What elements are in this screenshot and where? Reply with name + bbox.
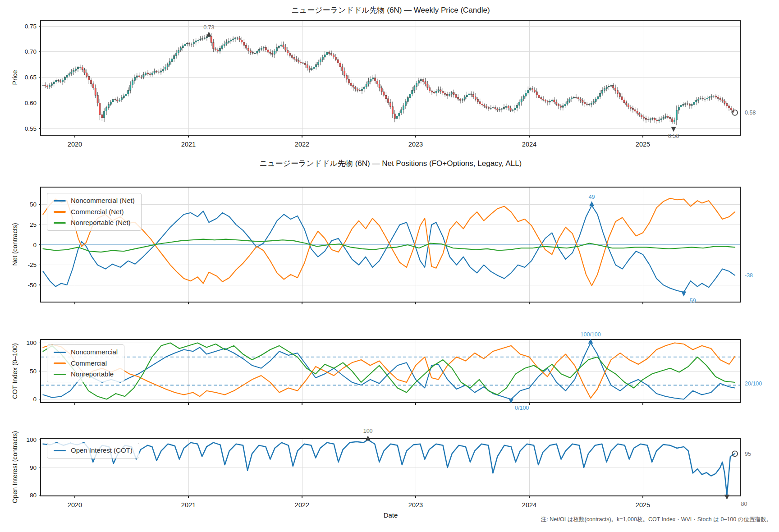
candle-up bbox=[363, 87, 365, 89]
candle-down bbox=[532, 89, 533, 90]
candle-down bbox=[689, 104, 690, 105]
candle-down bbox=[475, 97, 476, 100]
candle-up bbox=[610, 86, 612, 87]
candle-down bbox=[296, 59, 297, 60]
candle-down bbox=[392, 106, 393, 114]
candle-down bbox=[346, 75, 348, 79]
candle-down bbox=[243, 42, 245, 46]
cot-index-y-axis-label: COT Index (0–100) bbox=[11, 343, 18, 399]
candle-up bbox=[501, 109, 503, 110]
candle-up bbox=[204, 38, 206, 39]
candle-up bbox=[128, 91, 129, 94]
candle-down bbox=[293, 58, 295, 60]
candle-up bbox=[171, 59, 173, 62]
net-panel-legend: Noncommercial (Net) Commercial (Net) Non… bbox=[47, 193, 142, 231]
candle-up bbox=[713, 96, 715, 96]
candle-down bbox=[302, 63, 304, 63]
candle-down bbox=[444, 93, 446, 95]
x-tick-label: 2025 bbox=[636, 501, 650, 509]
candle-down bbox=[247, 48, 249, 51]
x-tick-label: 2021 bbox=[181, 501, 196, 509]
candle-up bbox=[151, 73, 153, 75]
candle-down bbox=[99, 103, 101, 115]
candle-up bbox=[608, 86, 609, 87]
candle-down bbox=[460, 99, 461, 101]
series-line-noncommercial-net bbox=[43, 206, 735, 292]
candle-down bbox=[394, 114, 395, 119]
candle-up bbox=[416, 83, 417, 87]
candle-down bbox=[267, 50, 269, 52]
candle-up bbox=[66, 75, 68, 78]
candle-down bbox=[355, 87, 356, 89]
price-panel-title: ニュージーランドドル先物 (6N) — Weekly Price (Candle… bbox=[41, 5, 741, 15]
candle-up bbox=[145, 73, 147, 75]
candle-down bbox=[488, 108, 490, 109]
cot-dashboard-figure: 0.750.700.650.600.5520202021202220232024… bbox=[0, 0, 779, 532]
candle-down bbox=[473, 94, 474, 97]
candle-down bbox=[283, 45, 284, 47]
candle-down bbox=[639, 113, 640, 115]
candle-down bbox=[82, 67, 83, 70]
candle-down bbox=[337, 60, 339, 63]
candle-up bbox=[466, 95, 467, 97]
last-value-label: 20/100 bbox=[745, 381, 762, 387]
candle-up bbox=[132, 81, 133, 85]
candle-down bbox=[270, 52, 271, 53]
candle-down bbox=[730, 108, 732, 110]
candle-up bbox=[326, 52, 328, 55]
series-line-commercial-net bbox=[43, 198, 735, 286]
open-interest-line-swatch bbox=[54, 450, 66, 452]
candle-up bbox=[462, 99, 463, 101]
candle-down bbox=[715, 96, 717, 97]
candle-down bbox=[86, 73, 87, 76]
candle-down bbox=[427, 84, 428, 87]
candle-up bbox=[521, 99, 522, 102]
min-marker-icon bbox=[724, 495, 729, 500]
x-tick-label: 2024 bbox=[522, 141, 536, 148]
candle-down bbox=[300, 62, 302, 63]
candle-down bbox=[615, 88, 616, 91]
candle-down bbox=[634, 110, 636, 111]
candle-down bbox=[547, 101, 548, 102]
candle-up bbox=[55, 80, 57, 82]
candle-up bbox=[197, 40, 199, 41]
noncommercial-line-swatch bbox=[54, 200, 66, 202]
candle-up bbox=[221, 46, 223, 49]
candle-down bbox=[477, 99, 478, 102]
candle-down bbox=[213, 42, 214, 49]
candle-up bbox=[79, 67, 81, 68]
candle-up bbox=[693, 102, 695, 105]
candle-down bbox=[536, 92, 537, 95]
candle-up bbox=[259, 50, 260, 51]
candle-up bbox=[51, 84, 52, 86]
legend-label: Noncommercial bbox=[71, 349, 118, 356]
candle-up bbox=[322, 57, 323, 60]
candle-down bbox=[383, 92, 385, 96]
candle-down bbox=[442, 92, 444, 93]
candle-down bbox=[147, 73, 149, 74]
candle-down bbox=[645, 118, 646, 119]
annotation-label: 80 bbox=[741, 501, 747, 507]
candle-up bbox=[180, 48, 181, 50]
candle-up bbox=[602, 90, 603, 93]
candle-down bbox=[359, 90, 361, 91]
open-interest-y-axis-label: Open Interest (contracts) bbox=[11, 431, 18, 503]
candle-down bbox=[654, 118, 655, 120]
candle-up bbox=[200, 39, 201, 40]
candle-up bbox=[119, 100, 120, 101]
noncommercial-line-swatch bbox=[54, 352, 66, 353]
candle-up bbox=[704, 99, 706, 100]
commercial-line-swatch bbox=[54, 211, 66, 213]
y-tick-label: 100 bbox=[26, 436, 37, 443]
candle-up bbox=[706, 98, 708, 99]
legend-item-noncommercial-net: Noncommercial (Net) bbox=[54, 197, 135, 205]
candle-down bbox=[726, 103, 728, 106]
candle-up bbox=[361, 89, 362, 91]
candle-down bbox=[348, 79, 349, 83]
candle-down bbox=[510, 108, 511, 111]
y-tick-label: 25 bbox=[30, 221, 37, 228]
candle-up bbox=[660, 119, 662, 120]
candle-down bbox=[289, 53, 291, 56]
candle-up bbox=[606, 87, 607, 89]
candle-up bbox=[75, 69, 77, 71]
